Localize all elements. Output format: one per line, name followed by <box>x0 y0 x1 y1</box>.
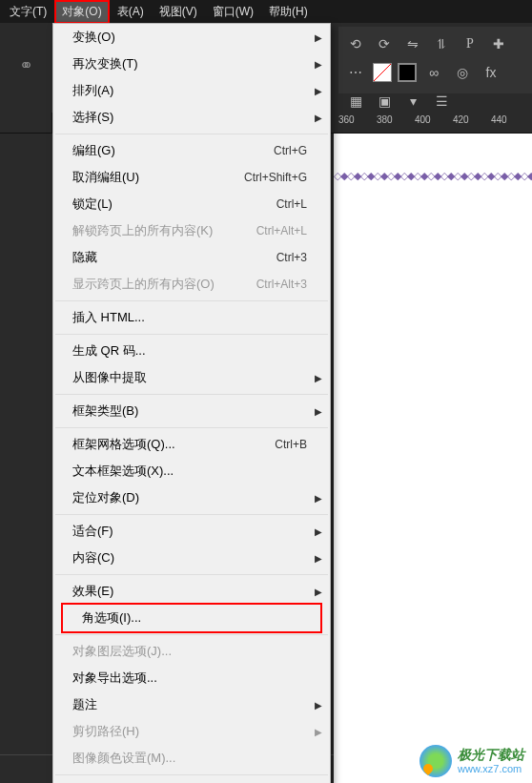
menu-item-shortcut: Ctrl+3 <box>276 251 307 264</box>
flip-h-icon[interactable]: ⇋ <box>401 32 424 55</box>
ruler-corner <box>0 113 52 133</box>
submenu-arrow-icon: ▶ <box>315 493 322 504</box>
highlighted-menu-item[interactable]: 角选项(I)... <box>61 603 322 633</box>
menu-item[interactable]: 交互(V)▶ <box>53 778 330 783</box>
menu-table[interactable]: 表(A) <box>110 0 152 24</box>
menu-item-label: 编组(G) <box>72 142 115 159</box>
submenu-arrow-icon: ▶ <box>315 587 322 597</box>
menu-item[interactable]: 取消编组(U)Ctrl+Shift+G <box>53 164 330 191</box>
menu-item[interactable]: 再次变换(T)▶ <box>53 51 330 77</box>
menu-item: 显示跨页上的所有内容(O)Ctrl+Alt+3 <box>53 271 330 298</box>
menu-separator <box>55 334 328 335</box>
ruler-mark: 380 <box>377 114 393 125</box>
menu-item-label: 角选项(I)... <box>82 609 141 627</box>
menu-item-shortcut: Ctrl+Alt+L <box>256 224 307 237</box>
menu-object[interactable]: 对象(O) <box>54 0 109 24</box>
menu-item[interactable]: 文本框架选项(X)... <box>53 458 330 484</box>
menu-item-label: 内容(C) <box>72 549 114 567</box>
ruler-mark: 440 <box>491 114 507 125</box>
left-tool-panel: ⚭ <box>0 27 52 103</box>
menu-item-shortcut: Ctrl+Alt+3 <box>256 278 307 291</box>
menu-text[interactable]: 文字(T) <box>2 0 54 24</box>
menu-item-label: 变换(O) <box>72 29 115 46</box>
menu-item[interactable]: 选择(S)▶ <box>53 104 330 131</box>
menu-item[interactable]: 插入 HTML... <box>53 304 330 331</box>
watermark-url: www.xz7.com <box>458 763 524 774</box>
menu-item[interactable]: 框架类型(B)▶ <box>53 398 330 424</box>
menu-help[interactable]: 帮助(H) <box>261 0 316 24</box>
menu-item-label: 对象图层选项(J)... <box>72 643 172 660</box>
watermark-logo-icon <box>419 745 452 777</box>
menu-item[interactable]: 框架网格选项(Q)...Ctrl+B <box>53 431 330 458</box>
grid-icon[interactable]: ▦ <box>344 90 367 113</box>
menu-item-label: 插入 HTML... <box>72 309 145 326</box>
opts-icon[interactable]: ☰ <box>430 90 453 113</box>
menu-item-shortcut: Ctrl+L <box>276 197 307 211</box>
menu-item[interactable]: 从图像中提取▶ <box>53 364 330 391</box>
target-icon[interactable]: ◎ <box>451 61 474 84</box>
dots-icon[interactable]: ∞ <box>422 61 445 84</box>
add-icon[interactable]: ✚ <box>487 32 510 55</box>
menu-item-label: 再次变换(T) <box>72 55 138 72</box>
chevron-down-icon[interactable]: ▾ <box>401 90 424 113</box>
menu-item[interactable]: 对象导出选项... <box>53 665 330 691</box>
menu-item-label: 框架类型(B) <box>72 402 138 420</box>
watermark-title: 极光下载站 <box>458 748 524 762</box>
menu-item-label: 题注 <box>72 696 97 713</box>
menu-item-label: 适合(F) <box>72 523 113 540</box>
canvas[interactable]: ◇◆◇◆◇◆◇◆◇◆◇◆◇◆◇◆◇◆◇◆◇◆◇◆◇◆◇◆◇◆◇◆◇◆◇◆◇◆◇◆… <box>334 134 532 783</box>
watermark: 极光下载站 www.xz7.com <box>419 745 524 777</box>
flip-v-icon[interactable]: ⥮ <box>430 32 453 55</box>
menu-item[interactable]: 定位对象(D)▶ <box>53 484 330 511</box>
menu-item: 剪切路径(H)▶ <box>53 718 330 745</box>
submenu-arrow-icon: ▶ <box>315 373 322 383</box>
menu-item-label: 选择(S) <box>72 109 113 126</box>
menu-item-label: 排列(A) <box>72 82 113 99</box>
menu-item[interactable]: 角选项(I)... <box>63 605 320 631</box>
submenu-arrow-icon: ▶ <box>315 32 322 43</box>
submenu-arrow-icon: ▶ <box>315 700 322 711</box>
menu-item-shortcut: Ctrl+G <box>274 144 307 157</box>
menu-window[interactable]: 窗口(W) <box>205 0 261 24</box>
menu-separator <box>55 634 328 635</box>
toolbar: ⟲ ⟳ ⇋ ⥮ P ✚ ⋯ ∞ ◎ fx ▦ ▣ ▾ ☰ <box>338 27 532 93</box>
menu-item-shortcut: Ctrl+Shift+G <box>244 171 307 184</box>
menu-separator <box>55 134 328 134</box>
menu-item[interactable]: 变换(O)▶ <box>53 24 330 51</box>
swatch-black[interactable] <box>398 63 417 82</box>
menu-item: 对象图层选项(J)... <box>53 638 330 665</box>
menu-item[interactable]: 效果(E)▶ <box>53 578 330 605</box>
rotate-left-icon[interactable]: ⟲ <box>344 32 367 55</box>
link-icon[interactable]: ⚭ <box>19 54 33 75</box>
menu-item-label: 生成 QR 码... <box>72 342 146 360</box>
frame-icon[interactable]: ▣ <box>373 90 396 113</box>
menu-item-label: 隐藏 <box>72 249 97 266</box>
rotate-right-icon[interactable]: ⟳ <box>373 32 396 55</box>
menu-item[interactable]: 内容(C)▶ <box>53 545 330 571</box>
menu-item[interactable]: 题注▶ <box>53 691 330 718</box>
pattern-object[interactable]: ◇◆◇◆◇◆◇◆◇◆◇◆◇◆◇◆◇◆◇◆◇◆◇◆◇◆◇◆◇◆◇◆◇◆◇◆◇◆◇◆… <box>334 170 532 182</box>
menu-item[interactable]: 适合(F)▶ <box>53 518 330 545</box>
menubar: 文字(T) 对象(O) 表(A) 视图(V) 窗口(W) 帮助(H) <box>0 0 532 23</box>
submenu-arrow-icon: ▶ <box>315 727 322 737</box>
submenu-arrow-icon: ▶ <box>315 86 322 96</box>
menu-item[interactable]: 排列(A)▶ <box>53 77 330 104</box>
menu-item: 图像颜色设置(M)... <box>53 745 330 772</box>
menu-item[interactable]: 编组(G)Ctrl+G <box>53 137 330 164</box>
more-icon[interactable]: ⋯ <box>344 61 367 84</box>
menu-item-label: 显示跨页上的所有内容(O) <box>72 276 215 293</box>
menu-view[interactable]: 视图(V) <box>152 0 205 24</box>
menu-separator <box>55 574 328 575</box>
menu-item-label: 从图像中提取 <box>72 369 147 386</box>
menu-item[interactable]: 生成 QR 码... <box>53 338 330 364</box>
swatch-none[interactable] <box>373 63 392 82</box>
menu-item-label: 取消编组(U) <box>72 169 139 186</box>
menu-item[interactable]: 隐藏Ctrl+3 <box>53 244 330 271</box>
effects-icon[interactable]: fx <box>480 61 502 84</box>
menu-separator <box>55 514 328 515</box>
menu-item-label: 图像颜色设置(M)... <box>72 750 175 767</box>
menu-item[interactable]: 锁定(L)Ctrl+L <box>53 191 330 217</box>
paragraph-icon[interactable]: P <box>459 32 481 55</box>
ruler-mark: 420 <box>453 114 469 125</box>
submenu-arrow-icon: ▶ <box>315 59 322 70</box>
